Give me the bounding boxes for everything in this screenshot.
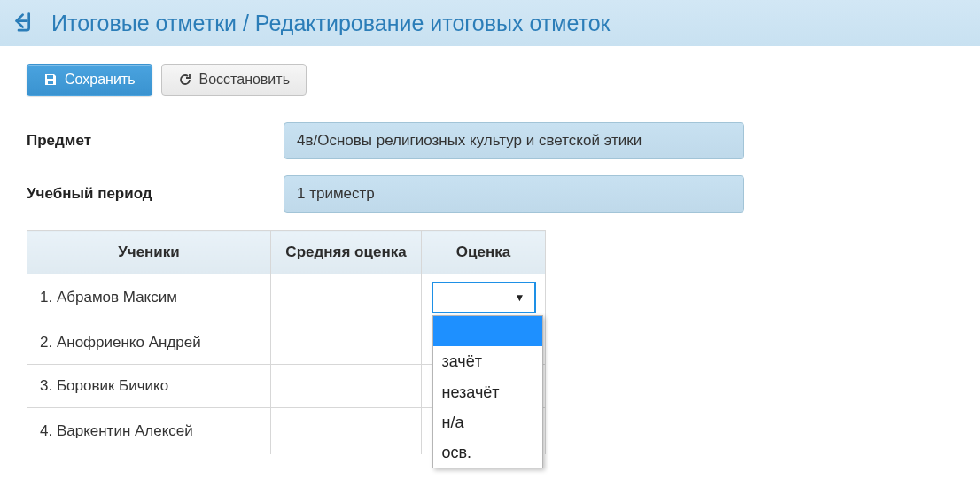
restore-button-label: Восстановить: [199, 73, 290, 87]
subject-value[interactable]: 4в/Основы религиозных культур и светской…: [284, 122, 744, 159]
dropdown-option[interactable]: зачёт: [433, 346, 542, 376]
save-icon: [43, 73, 58, 87]
period-label: Учебный период: [27, 185, 284, 203]
chevron-down-icon: ▼: [515, 291, 525, 304]
column-grade: Оценка: [422, 231, 546, 274]
save-button-label: Сохранить: [65, 73, 136, 87]
grades-table-wrapper: Ученики Средняя оценка Оценка 1. Абрамов…: [27, 230, 953, 454]
subject-row: Предмет 4в/Основы религиозных культур и …: [27, 122, 953, 159]
refresh-icon: [178, 73, 192, 87]
column-students: Ученики: [27, 231, 271, 274]
avg-cell: [271, 274, 422, 321]
period-row: Учебный период 1 триместр: [27, 175, 953, 213]
restore-button[interactable]: Восстановить: [161, 64, 307, 96]
student-name: 4. Варкентин Алексей: [27, 408, 271, 455]
avg-cell: [271, 321, 422, 365]
dropdown-option[interactable]: [433, 316, 542, 346]
back-icon[interactable]: [11, 9, 39, 37]
page-title: Итоговые отметки / Редактирование итогов…: [51, 11, 611, 36]
grade-dropdown: зачёт незачёт н/а осв.: [432, 315, 543, 468]
table-row: 1. Абрамов Максим ▼ зачёт незачёт н/а ос…: [27, 274, 546, 321]
student-name: 3. Боровик Бичико: [27, 365, 271, 408]
toolbar: Сохранить Восстановить: [27, 64, 953, 96]
student-name: 1. Абрамов Максим: [27, 274, 271, 321]
period-value[interactable]: 1 триместр: [284, 175, 744, 213]
avg-cell: [271, 365, 422, 408]
dropdown-option[interactable]: осв.: [433, 437, 542, 468]
dropdown-option[interactable]: незачёт: [433, 377, 542, 407]
column-avg: Средняя оценка: [271, 231, 422, 274]
header-bar: Итоговые отметки / Редактирование итогов…: [0, 0, 980, 46]
dropdown-option[interactable]: н/а: [433, 407, 542, 437]
subject-label: Предмет: [27, 132, 284, 150]
grade-cell: ▼ зачёт незачёт н/а осв.: [422, 274, 546, 321]
save-button[interactable]: Сохранить: [27, 64, 152, 96]
grades-table: Ученики Средняя оценка Оценка 1. Абрамов…: [27, 230, 546, 454]
grade-select-open[interactable]: ▼ зачёт незачёт н/а осв.: [432, 282, 536, 313]
content: Сохранить Восстановить Предмет 4в/Основы…: [0, 46, 980, 481]
student-name: 2. Анофриенко Андрей: [27, 321, 271, 365]
avg-cell: [271, 408, 422, 455]
